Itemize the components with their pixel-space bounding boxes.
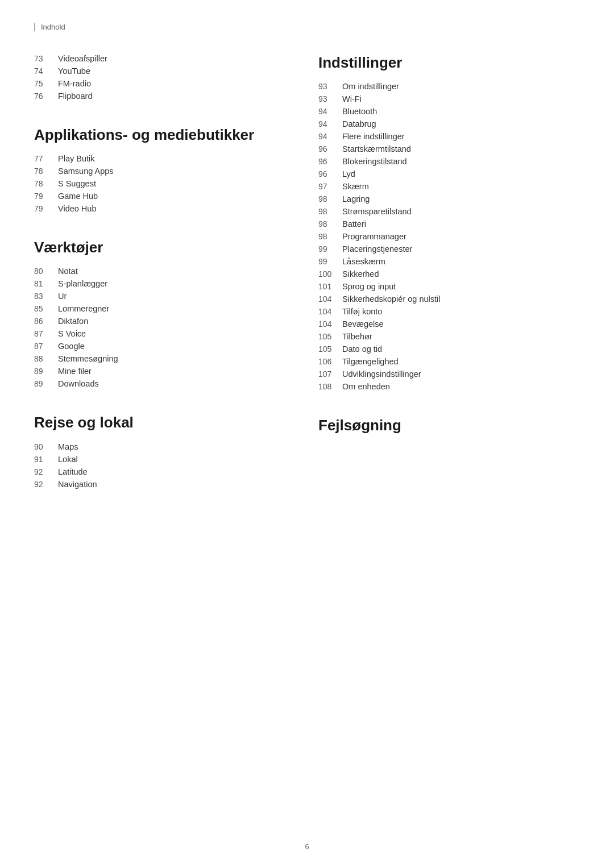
toc-list: 77Play Butik78Samsung Apps78S Suggest79G… bbox=[34, 154, 284, 213]
toc-num: 92 bbox=[34, 467, 58, 476]
toc-num: 105 bbox=[318, 332, 342, 341]
toc-num: 74 bbox=[34, 67, 58, 76]
list-item: 92Navigation bbox=[34, 480, 284, 489]
left-sections-container: Applikations- og mediebutikker77Play But… bbox=[34, 126, 284, 489]
list-item: 90Maps bbox=[34, 442, 284, 451]
toc-num: 85 bbox=[34, 304, 58, 313]
right-sections-container: Indstillinger93Om indstillinger93Wi-Fi94… bbox=[318, 54, 580, 434]
toc-label: YouTube bbox=[58, 67, 90, 76]
toc-label: Placeringstjenester bbox=[342, 244, 412, 254]
list-item: 85Lommeregner bbox=[34, 304, 284, 313]
toc-num: 79 bbox=[34, 192, 58, 201]
toc-label: S-planlægger bbox=[58, 279, 107, 288]
toc-num: 99 bbox=[318, 257, 342, 266]
list-item: 73Videoafspiller bbox=[34, 54, 284, 63]
list-item: 106Tilgængelighed bbox=[318, 357, 580, 366]
toc-num: 89 bbox=[34, 379, 58, 388]
right-section-1: Fejlsøgning bbox=[318, 417, 580, 434]
toc-list: 90Maps91Lokal92Latitude92Navigation bbox=[34, 442, 284, 489]
toc-label: Flipboard bbox=[58, 92, 92, 101]
toc-num: 96 bbox=[318, 157, 342, 166]
toc-num: 104 bbox=[318, 307, 342, 316]
list-item: 86Diktafon bbox=[34, 317, 284, 326]
toc-num: 77 bbox=[34, 154, 58, 163]
list-item: 104Tilføj konto bbox=[318, 307, 580, 316]
toc-num: 91 bbox=[34, 455, 58, 464]
list-item: 80Notat bbox=[34, 267, 284, 276]
toc-num: 105 bbox=[318, 344, 342, 354]
list-item: 83Ur bbox=[34, 292, 284, 301]
list-item: 91Lokal bbox=[34, 455, 284, 464]
toc-num: 92 bbox=[34, 480, 58, 489]
right-section-0: Indstillinger93Om indstillinger93Wi-Fi94… bbox=[318, 54, 580, 391]
list-item: 93Wi-Fi bbox=[318, 94, 580, 103]
toc-num: 100 bbox=[318, 269, 342, 279]
toc-label: Flere indstillinger bbox=[342, 132, 405, 141]
list-item: 104Sikkerhedskopiér og nulstil bbox=[318, 294, 580, 304]
toc-label: S Suggest bbox=[58, 179, 96, 188]
list-item: 74YouTube bbox=[34, 67, 284, 76]
page-number: 6 bbox=[305, 842, 309, 851]
list-item: 93Om indstillinger bbox=[318, 82, 580, 91]
toc-label: Tilføj konto bbox=[342, 307, 382, 316]
toc-label: Wi-Fi bbox=[342, 94, 362, 103]
list-item: 79Game Hub bbox=[34, 192, 284, 201]
list-item: 78Samsung Apps bbox=[34, 167, 284, 176]
toc-num: 99 bbox=[318, 244, 342, 254]
toc-label: Mine filer bbox=[58, 367, 92, 376]
toc-num: 80 bbox=[34, 267, 58, 276]
toc-num: 104 bbox=[318, 294, 342, 304]
toc-num: 96 bbox=[318, 169, 342, 178]
toc-num: 108 bbox=[318, 382, 342, 391]
toc-num: 78 bbox=[34, 167, 58, 176]
section-title: Værktøjer bbox=[34, 239, 284, 256]
section-title: Indstillinger bbox=[318, 54, 580, 72]
toc-num: 73 bbox=[34, 54, 58, 63]
toc-label: Sikkerhed bbox=[342, 269, 379, 279]
toc-label: Bluetooth bbox=[342, 107, 377, 116]
toc-label: Sikkerhedskopiér og nulstil bbox=[342, 294, 440, 304]
toc-label: Om enheden bbox=[342, 382, 390, 391]
toc-label: Tilgængelighed bbox=[342, 357, 399, 366]
list-item: 76Flipboard bbox=[34, 92, 284, 101]
list-item: 94Bluetooth bbox=[318, 107, 580, 116]
list-item: 99Låseskærm bbox=[318, 257, 580, 266]
toc-num: 98 bbox=[318, 207, 342, 216]
toc-label: Notat bbox=[58, 267, 78, 276]
list-item: 92Latitude bbox=[34, 467, 284, 476]
list-item: 96Lyd bbox=[318, 169, 580, 178]
page-container: Indhold 73Videoafspiller74YouTube75FM-ra… bbox=[0, 0, 614, 868]
list-item: 94Databrug bbox=[318, 119, 580, 128]
list-item: 101Sprog og input bbox=[318, 282, 580, 291]
list-item: 89Mine filer bbox=[34, 367, 284, 376]
section-title: Applikations- og mediebutikker bbox=[34, 126, 284, 144]
toc-num: 94 bbox=[318, 107, 342, 116]
toc-label: Batteri bbox=[342, 219, 366, 229]
toc-label: Tilbehør bbox=[342, 332, 372, 341]
toc-label: Google bbox=[58, 342, 85, 351]
toc-num: 78 bbox=[34, 179, 58, 188]
toc-label: Lagring bbox=[342, 194, 370, 203]
toc-num: 81 bbox=[34, 279, 58, 288]
toc-label: Ur bbox=[58, 292, 67, 301]
toc-label: Sprog og input bbox=[342, 282, 396, 291]
list-item: 98Programmanager bbox=[318, 232, 580, 241]
toc-num: 90 bbox=[34, 442, 58, 451]
toc-label: Lyd bbox=[342, 169, 355, 178]
toc-label: Blokeringstilstand bbox=[342, 157, 407, 166]
toc-num: 89 bbox=[34, 367, 58, 376]
toc-num: 106 bbox=[318, 357, 342, 366]
list-item: 107Udviklingsindstillinger bbox=[318, 369, 580, 379]
toc-label: Diktafon bbox=[58, 317, 88, 326]
top-items-list: 73Videoafspiller74YouTube75FM-radio76Fli… bbox=[34, 54, 284, 101]
section-title: Rejse og lokal bbox=[34, 414, 284, 431]
toc-label: Startskærmtilstand bbox=[342, 144, 411, 153]
list-item: 96Blokeringstilstand bbox=[318, 157, 580, 166]
list-item: 79Video Hub bbox=[34, 204, 284, 213]
toc-num: 86 bbox=[34, 317, 58, 326]
toc-num: 104 bbox=[318, 319, 342, 329]
toc-label: Video Hub bbox=[58, 204, 96, 213]
toc-num: 94 bbox=[318, 132, 342, 141]
header-label: Indhold bbox=[34, 23, 580, 31]
toc-num: 76 bbox=[34, 92, 58, 101]
